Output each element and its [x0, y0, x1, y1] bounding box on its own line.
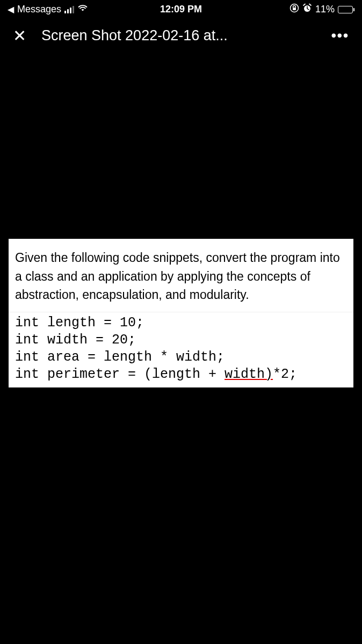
status-time: 12:09 PM: [160, 4, 202, 15]
more-options-button[interactable]: •••: [331, 32, 349, 39]
image-content[interactable]: Given the following code snippets, conve…: [9, 239, 353, 387]
code-line-4-underlined: width): [225, 367, 273, 382]
battery-icon: [338, 6, 354, 13]
status-bar: ◀ Messages 12:09 PM: [0, 0, 362, 18]
question-text: Given the following code snippets, conve…: [15, 248, 347, 304]
code-line-3: int area = length * width;: [15, 349, 225, 365]
back-app-label[interactable]: Messages: [17, 4, 61, 15]
page-title: Screen Shot 2022-02-16 at...: [41, 27, 316, 44]
svg-rect-1: [293, 8, 296, 10]
code-line-1: int length = 10;: [15, 315, 144, 331]
code-line-4-part2: *2;: [273, 367, 297, 382]
title-bar: ✕ Screen Shot 2022-02-16 at... •••: [0, 18, 362, 54]
cellular-signal-icon: [64, 6, 74, 13]
code-line-4-part1: int perimeter = (length +: [15, 367, 225, 382]
code-block: int length = 10; int width = 20; int are…: [9, 312, 353, 387]
status-right: 11%: [289, 3, 354, 16]
alarm-icon: [302, 3, 312, 16]
wifi-icon: [77, 4, 88, 15]
orientation-lock-icon: [289, 3, 299, 16]
status-left: ◀ Messages: [8, 4, 88, 15]
question-block: Given the following code snippets, conve…: [9, 239, 353, 312]
back-arrow-icon[interactable]: ◀: [8, 4, 14, 14]
battery-percent: 11%: [315, 4, 335, 15]
close-button[interactable]: ✕: [13, 28, 26, 44]
code-line-2: int width = 20;: [15, 332, 136, 348]
